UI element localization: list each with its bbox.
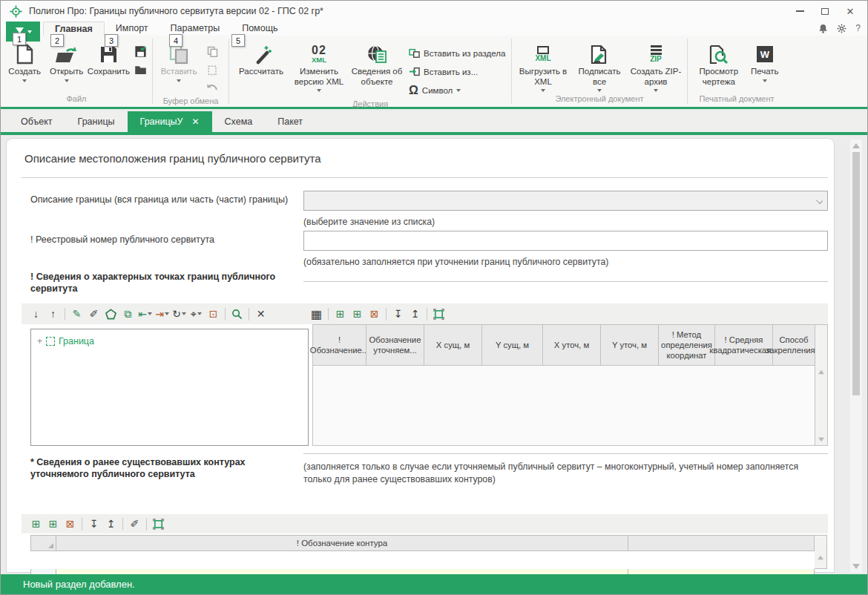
renumber-points-button[interactable]: ✐ [85, 306, 102, 323]
change-xml-version-button[interactable]: 02 XML Изменить версию XML [290, 40, 348, 92]
save-as-button[interactable] [131, 43, 149, 59]
symbol-button[interactable]: Ω Символ [409, 81, 505, 99]
coordinate-system-button[interactable]: ⌖ [188, 306, 205, 323]
column-header-y-existing[interactable]: Y сущ, м [481, 324, 542, 366]
scrollbar-thumb[interactable] [852, 152, 860, 395]
tab-borders-u[interactable]: ГраницыУ ✕ [128, 111, 212, 132]
paste-special-icon [207, 65, 218, 76]
export-coordinates-button[interactable]: ⇥ [154, 306, 171, 323]
column-header-x-updated[interactable]: X уточ, м [542, 324, 600, 366]
notifications-bell-icon[interactable] [818, 24, 828, 33]
add-row-button[interactable]: ⊞ [332, 306, 349, 323]
keytip-2: 2 [50, 34, 64, 47]
create-zip-button[interactable]: ZIP Создать ZIP-архив [628, 40, 684, 92]
autofill-button[interactable]: ✐ [126, 516, 143, 533]
insert-row-button[interactable]: ⊞ [45, 516, 62, 533]
print-button[interactable]: W Печать [747, 40, 783, 82]
scroll-up-icon[interactable] [818, 370, 824, 375]
dropdown-caret-icon [165, 312, 169, 315]
minimize-icon [796, 10, 804, 12]
column-header-x-existing[interactable]: X сущ, м [424, 324, 481, 366]
points-table: ! Обозначение... Обозначение уточняем...… [312, 324, 828, 446]
undo-button[interactable] [203, 80, 221, 96]
column-header-fixation[interactable]: Способ закрепления... [772, 324, 815, 366]
delete-row-button[interactable]: ⊠ [62, 516, 79, 533]
scroll-down-icon[interactable] [818, 438, 824, 442]
group-label-printed-document: Печатный документ [688, 94, 786, 107]
polygon-button[interactable] [102, 306, 119, 323]
border-description-select[interactable] [303, 191, 828, 211]
tab-scheme[interactable]: Схема [212, 111, 266, 132]
export-xml-icon: XML [535, 46, 550, 62]
tree-expander[interactable]: + [37, 336, 42, 346]
check-overlap-button[interactable]: ⊡ [205, 306, 222, 323]
clear-button[interactable]: ✕ [252, 306, 269, 323]
paste-special-button[interactable] [203, 62, 221, 78]
import-coordinates-button[interactable]: ⇤ [137, 306, 154, 323]
column-header-contour-designation[interactable]: ! Обозначение контура [56, 535, 628, 551]
open-recent-button[interactable] [131, 62, 149, 78]
move-row-down-button[interactable]: ↧ [85, 516, 102, 533]
rename-points-button[interactable]: ✎ [68, 306, 85, 323]
sort-rows-ascending-button[interactable]: ↑ [45, 306, 62, 323]
column-header-designation-updated[interactable]: Обозначение уточняем... [366, 324, 424, 366]
new-document-icon [15, 42, 34, 67]
titlebar: Полигон Про: Границы публичного сервитут… [1, 1, 867, 22]
scroll-down-icon[interactable] [852, 564, 860, 569]
transform-contour-button[interactable]: ↻ [171, 306, 188, 323]
registry-number-input[interactable] [303, 231, 828, 251]
page-scrollbar[interactable] [850, 139, 862, 573]
field-label-previous-contours: * Сведения о ранее существовавших контур… [30, 456, 296, 481]
dropdown-caret-icon [22, 79, 27, 82]
move-row-up-button[interactable]: ↥ [407, 306, 424, 323]
minimize-button[interactable] [787, 1, 812, 22]
insert-row-button[interactable]: ⊞ [349, 306, 366, 323]
scroll-up-icon[interactable] [852, 143, 860, 148]
delete-row-button[interactable]: ⊠ [366, 306, 383, 323]
tab-close-icon[interactable]: ✕ [192, 116, 200, 127]
dropdown-caret-icon [177, 79, 181, 82]
tab-object[interactable]: Объект [8, 111, 65, 132]
copy-contour-button[interactable]: ⧉ [119, 306, 137, 323]
create-button[interactable]: Создать [4, 40, 45, 82]
sign-all-button[interactable]: Подписать все [571, 40, 628, 92]
close-button[interactable]: ✕ [838, 1, 863, 22]
tab-package[interactable]: Пакет [265, 111, 315, 132]
maximize-table-button[interactable] [430, 306, 447, 323]
word-document-icon: W [757, 46, 773, 62]
column-header-method[interactable]: ! Метод определения координат [658, 324, 714, 366]
column-header-extra[interactable] [628, 535, 815, 551]
help-icon[interactable]: ? [855, 23, 861, 33]
column-header-mean-square[interactable]: ! Средняя квадратическая... [714, 324, 772, 366]
contours-table-scrollbar[interactable] [815, 535, 827, 569]
tree-node-border[interactable]: + Граница [37, 336, 308, 346]
move-row-up-button[interactable]: ↥ [102, 516, 119, 533]
contour-icon [46, 337, 55, 346]
export-xml-button[interactable]: XML Выгрузить в XML [515, 40, 571, 92]
dropdown-caret-icon [654, 89, 658, 92]
insert-from-section-button[interactable]: Вставить из раздела [409, 44, 505, 62]
copy-icon [207, 46, 218, 57]
maximize-table-button[interactable] [150, 516, 167, 533]
preview-button[interactable] [228, 306, 246, 323]
maximize-button[interactable] [812, 1, 838, 22]
sort-rows-descending-button[interactable]: ↓ [27, 306, 45, 323]
field-label-border-description: Описание границы (вся граница или часть … [30, 194, 296, 206]
column-header-designation[interactable]: ! Обозначение... [312, 324, 366, 366]
copy-button[interactable] [203, 43, 221, 59]
tab-borders[interactable]: Границы [65, 111, 128, 132]
drawing-preview-button[interactable]: Просмотр чертежа [691, 40, 747, 87]
keytip-4: 4 [169, 34, 183, 47]
settings-gear-icon[interactable] [837, 24, 846, 33]
scroll-up-icon[interactable] [818, 556, 823, 560]
select-all-cell[interactable] [30, 535, 56, 551]
column-header-y-updated[interactable]: Y уточ, м [600, 324, 658, 366]
move-row-down-button[interactable]: ↧ [389, 306, 407, 323]
points-table-scrollbar[interactable] [815, 324, 828, 446]
insert-from-button[interactable]: Вставить из... [409, 62, 505, 81]
field-label-characteristic-points: ! Сведения о характерных точках границ п… [30, 271, 296, 295]
points-table-body[interactable] [312, 366, 815, 446]
object-info-button[interactable]: Сведения об объекте [348, 40, 406, 87]
table-button[interactable]: ▦ [308, 306, 325, 323]
add-row-button[interactable]: ⊞ [27, 516, 45, 533]
